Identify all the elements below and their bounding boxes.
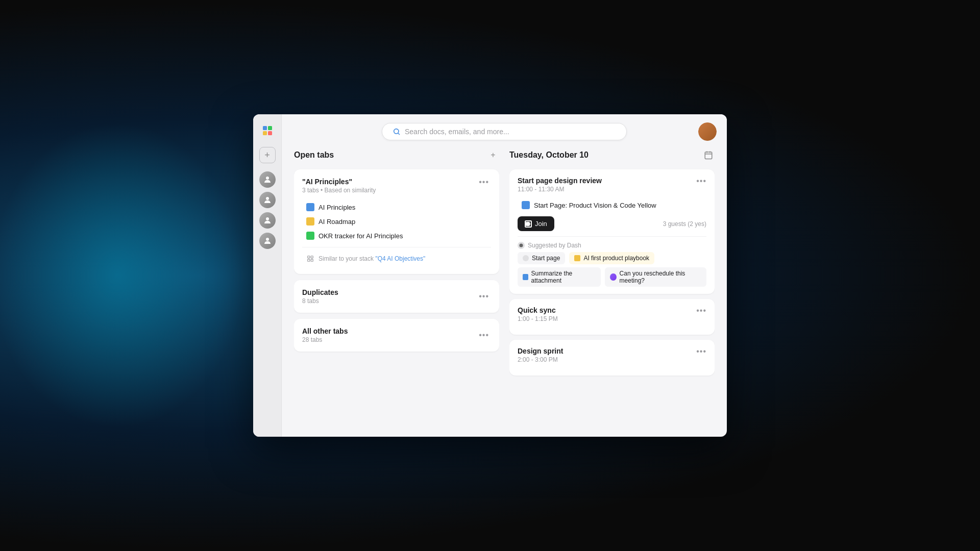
chat-avatar: [610, 273, 616, 281]
sidebar-add-button[interactable]: +: [259, 147, 276, 163]
event-menu-design-sprint[interactable]: •••: [696, 347, 706, 356]
event-title-design-review: Start page design review: [518, 177, 602, 185]
calendar-date: Tuesday, October 10: [509, 151, 589, 160]
tab-icon-yellow: [306, 217, 314, 226]
event-menu-quick-sync[interactable]: •••: [696, 306, 706, 315]
duplicates-subtitle: 8 tabs: [302, 297, 338, 305]
start-page-label: Start page: [532, 255, 560, 262]
svg-rect-0: [263, 126, 267, 130]
sidebar-avatar-3[interactable]: [259, 212, 276, 229]
calendar-header: Tuesday, October 10: [509, 149, 715, 161]
panels: Open tabs + "AI Principles" 3 tabs • Bas…: [282, 149, 727, 437]
suggestion-icon: [306, 255, 314, 263]
suggestion-item-ai-playbook[interactable]: AI first product playbook: [569, 252, 654, 264]
tab-group-divider: [302, 247, 491, 247]
event-time-design-sprint: 2:00 - 3:00 PM: [518, 356, 563, 363]
svg-point-5: [266, 197, 269, 200]
svg-point-8: [394, 129, 399, 134]
tab-icon-blue: [306, 203, 314, 211]
all-other-subtitle: 28 tabs: [302, 336, 348, 343]
duplicates-title: Duplicates: [302, 288, 338, 296]
suggestion-items: Start page AI first product playbook: [518, 252, 706, 264]
svg-rect-1: [268, 126, 272, 130]
join-label: Join: [535, 220, 547, 228]
event-card-design-sprint: Design sprint 2:00 - 3:00 PM •••: [509, 340, 715, 375]
tab-name-ai-roadmap: AI Roadmap: [318, 218, 355, 226]
svg-point-7: [266, 238, 269, 241]
svg-rect-11: [311, 256, 313, 258]
tab-group-duplicates: Duplicates 8 tabs •••: [294, 280, 499, 313]
ai-playbook-label: AI first product playbook: [583, 255, 649, 262]
tab-group-ai-principles-menu[interactable]: •••: [477, 178, 491, 187]
svg-line-9: [398, 133, 400, 135]
search-bar[interactable]: Search docs, emails, and more...: [382, 123, 627, 140]
left-panel: Open tabs + "AI Principles" 3 tabs • Bas…: [294, 149, 499, 424]
tab-group-ai-principles-title: "AI Principles": [302, 178, 376, 186]
suggestion-item-start-page[interactable]: Start page: [518, 252, 565, 264]
event-time-quick-sync: 1:00 - 1:15 PM: [518, 315, 558, 322]
suggested-by-label: Suggested by Dash: [518, 242, 706, 249]
event-actions: Join 3 guests (2 yes): [518, 216, 706, 231]
tab-group-ai-principles-subtitle: 3 tabs • Based on similarity: [302, 187, 376, 194]
all-other-title: All other tabs: [302, 327, 348, 335]
event-menu-design-review[interactable]: •••: [696, 177, 706, 186]
sidebar-avatar-2[interactable]: [259, 192, 276, 208]
event-title-design-sprint: Design sprint: [518, 347, 563, 355]
suggested-by-text: Suggested by Dash: [528, 242, 581, 249]
open-tabs-title: Open tabs: [294, 151, 334, 160]
suggestion-item-summarize[interactable]: Summarize the attachment: [518, 267, 601, 287]
sidebar-avatar-1[interactable]: [259, 171, 276, 188]
svg-rect-14: [705, 152, 712, 159]
main-content: Search docs, emails, and more... Open ta…: [282, 114, 727, 437]
sidebar: +: [253, 114, 282, 437]
svg-rect-3: [268, 131, 272, 135]
tab-icon-green: [306, 232, 314, 240]
svg-point-18: [520, 244, 523, 247]
tab-group-all-other: All other tabs 28 tabs •••: [294, 319, 499, 352]
suggestion-chat-reschedule[interactable]: Can you reschedule this meeting?: [605, 267, 706, 287]
event-card-design-review: Start page design review 11:00 - 11:30 A…: [509, 169, 715, 294]
video-icon: [525, 220, 532, 228]
event-doc-icon: [522, 201, 530, 209]
event-title-quick-sync: Quick sync: [518, 306, 558, 314]
tab-group-ai-principles: "AI Principles" 3 tabs • Based on simila…: [294, 169, 499, 274]
svg-point-4: [266, 177, 269, 180]
all-other-menu[interactable]: •••: [477, 331, 491, 340]
tab-item-okr-tracker[interactable]: OKR tracker for AI Principles: [302, 229, 491, 243]
calendar-icon[interactable]: [702, 149, 715, 161]
summarize-icon: [523, 274, 528, 280]
event-doc-design-review[interactable]: Start Page: Product Vision & Code Yellow: [518, 198, 706, 212]
open-tabs-add-button[interactable]: +: [487, 149, 499, 161]
event-suggestions: Suggested by Dash Start page AI first pr…: [518, 236, 706, 287]
svg-rect-2: [263, 131, 267, 135]
svg-point-6: [266, 217, 269, 220]
event-card-quick-sync: Quick sync 1:00 - 1:15 PM •••: [509, 299, 715, 335]
tab-suggestion: Similar to your stack "Q4 AI Objectives": [302, 252, 491, 266]
search-placeholder: Search docs, emails, and more...: [405, 128, 509, 136]
app-window: +: [253, 114, 727, 437]
tab-item-ai-roadmap[interactable]: AI Roadmap: [302, 214, 491, 229]
suggestion-link[interactable]: "Q4 AI Objectives": [375, 255, 425, 262]
tab-name-ai-principles: AI Principles: [318, 204, 355, 211]
open-tabs-header: Open tabs +: [294, 149, 499, 161]
guests-count: 3 guests (2 yes): [663, 220, 706, 228]
join-button[interactable]: Join: [518, 216, 554, 231]
tab-item-ai-principles[interactable]: AI Principles: [302, 200, 491, 214]
dash-icon: [518, 242, 525, 249]
header-avatar[interactable]: [698, 122, 717, 141]
right-panel: Tuesday, October 10 Start page design re…: [509, 149, 715, 424]
tab-name-okr-tracker: OKR tracker for AI Principles: [318, 232, 403, 240]
svg-rect-13: [311, 259, 313, 261]
ai-playbook-icon: [574, 255, 580, 261]
search-icon: [393, 128, 401, 136]
header: Search docs, emails, and more...: [282, 114, 727, 149]
app-logo: [259, 122, 276, 139]
sidebar-avatar-4[interactable]: [259, 233, 276, 249]
event-doc-name: Start Page: Product Vision & Code Yellow: [534, 202, 656, 209]
reschedule-label: Can you reschedule this meeting?: [620, 270, 701, 284]
summarize-label: Summarize the attachment: [531, 270, 596, 284]
suggestion-text: Similar to your stack "Q4 AI Objectives": [318, 255, 425, 262]
duplicates-menu[interactable]: •••: [477, 292, 491, 301]
start-page-icon: [523, 255, 529, 261]
svg-rect-12: [308, 259, 310, 261]
